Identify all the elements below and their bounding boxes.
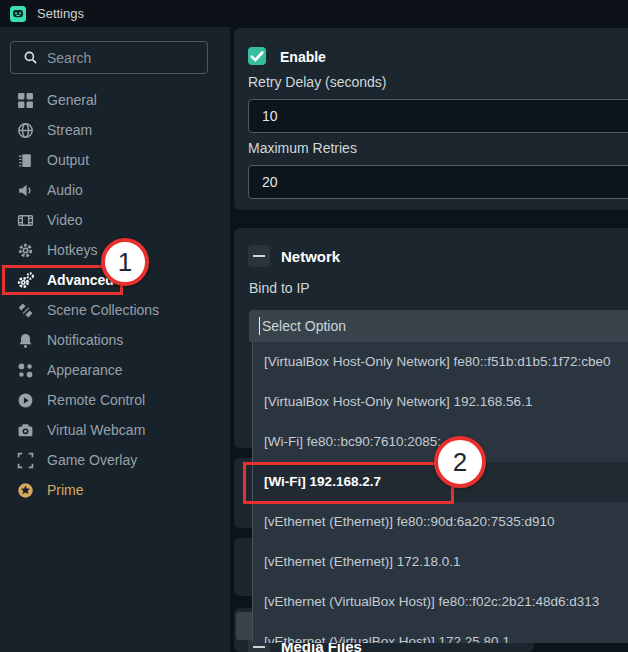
sidebar-item-scene-collections[interactable]: Scene Collections: [0, 295, 230, 325]
bind-to-ip-select[interactable]: Select Option: [249, 310, 628, 342]
bind-ip-option-vethernet-vbox-ipv4[interactable]: [vEthernet (VirtualBox Host)] 172.25.80.…: [253, 622, 628, 643]
bind-ip-option-vethernet-vbox-ipv6[interactable]: [vEthernet (VirtualBox Host)] fe80::f02c…: [253, 582, 628, 622]
bind-ip-option-wifi-ipv4[interactable]: [Wi-Fi] 192.168.2.7: [253, 462, 628, 502]
enable-label: Enable: [280, 49, 326, 65]
bind-ip-option-vethernet-ipv4[interactable]: [vEthernet (Ethernet)] 172.18.0.1: [253, 542, 628, 582]
bind-to-ip-label: Bind to IP: [249, 280, 310, 296]
sidebar-item-general[interactable]: General: [0, 85, 230, 115]
bind-to-ip-dropdown-list: [VirtualBox Host-Only Network] fe80::f51…: [252, 342, 628, 643]
sidebar-item-label: Prime: [47, 482, 84, 498]
dots-icon: [17, 362, 34, 379]
sidebar-item-prime[interactable]: Prime: [0, 475, 230, 505]
search-icon: [23, 50, 38, 65]
speaker-icon: [17, 182, 34, 199]
prime-star-icon: [17, 482, 34, 499]
check-icon: [248, 47, 266, 65]
sidebar: General Stream Output Audio: [0, 27, 230, 652]
collapse-network-button[interactable]: [248, 245, 270, 267]
settings-window: Settings General Stream: [0, 0, 628, 652]
sidebar-item-output[interactable]: Output: [0, 145, 230, 175]
sidebar-item-stream[interactable]: Stream: [0, 115, 230, 145]
sidebar-item-label: Remote Control: [47, 392, 145, 408]
output-chip-icon: [17, 152, 34, 169]
overlay-corners-icon: [17, 452, 34, 469]
retry-delay-label: Retry Delay (seconds): [248, 74, 387, 90]
sidebar-item-hotkeys[interactable]: Hotkeys: [0, 235, 230, 265]
sidebar-nav: General Stream Output Audio: [0, 85, 230, 505]
select-placeholder: Select Option: [262, 318, 346, 334]
camera-icon: [17, 422, 34, 439]
sidebar-item-label: Virtual Webcam: [47, 422, 145, 438]
streamlabs-logo-icon: [10, 6, 26, 22]
bind-ip-option-virtualbox-ipv4[interactable]: [VirtualBox Host-Only Network] 192.168.5…: [253, 382, 628, 422]
sidebar-item-label: Notifications: [47, 332, 123, 348]
play-circle-icon: [17, 392, 34, 409]
maximum-retries-input[interactable]: [248, 165, 628, 199]
network-section-title: Network: [281, 248, 340, 265]
sidebar-item-label: Video: [47, 212, 83, 228]
bind-ip-option-wifi-ipv6[interactable]: [Wi-Fi] fe80::bc90:7610:2085:: [253, 422, 628, 462]
globe-icon: [17, 122, 34, 139]
sidebar-item-notifications[interactable]: Notifications: [0, 325, 230, 355]
sidebar-item-advanced[interactable]: Advanced: [0, 265, 230, 295]
sidebar-item-label: Scene Collections: [47, 302, 159, 318]
sidebar-item-label: Game Overlay: [47, 452, 137, 468]
sidebar-item-audio[interactable]: Audio: [0, 175, 230, 205]
sidebar-item-virtual-webcam[interactable]: Virtual Webcam: [0, 415, 230, 445]
search-input-wrapper[interactable]: [10, 41, 208, 74]
maximum-retries-label: Maximum Retries: [248, 140, 357, 156]
sidebar-item-video[interactable]: Video: [0, 205, 230, 235]
sidebar-item-label: Advanced: [47, 272, 114, 288]
window-title: Settings: [37, 6, 84, 21]
film-icon: [17, 212, 34, 229]
sidebar-item-label: Appearance: [47, 362, 123, 378]
sidebar-item-remote-control[interactable]: Remote Control: [0, 385, 230, 415]
titlebar: Settings: [0, 0, 628, 27]
sidebar-item-label: Stream: [47, 122, 92, 138]
sidebar-item-label: Output: [47, 152, 89, 168]
background-button-fragment: [236, 612, 253, 640]
gear-icon: [17, 242, 34, 259]
gears-icon: [17, 272, 34, 289]
sidebar-item-label: Hotkeys: [47, 242, 98, 258]
sidebar-item-label: General: [47, 92, 97, 108]
sidebar-item-appearance[interactable]: Appearance: [0, 355, 230, 385]
grid-icon: [17, 92, 34, 109]
enable-checkbox[interactable]: [248, 47, 266, 65]
search-input[interactable]: [47, 50, 207, 66]
retry-delay-input[interactable]: [248, 99, 628, 133]
bind-ip-option-virtualbox-ipv6[interactable]: [VirtualBox Host-Only Network] fe80::f51…: [253, 342, 628, 382]
bell-icon: [17, 332, 34, 349]
bind-ip-option-vethernet-ipv6[interactable]: [vEthernet (Ethernet)] fe80::90d:6a20:75…: [253, 502, 628, 542]
sidebar-item-game-overlay[interactable]: Game Overlay: [0, 445, 230, 475]
scenes-icon: [17, 302, 34, 319]
text-cursor: [259, 317, 260, 335]
sidebar-item-label: Audio: [47, 182, 83, 198]
